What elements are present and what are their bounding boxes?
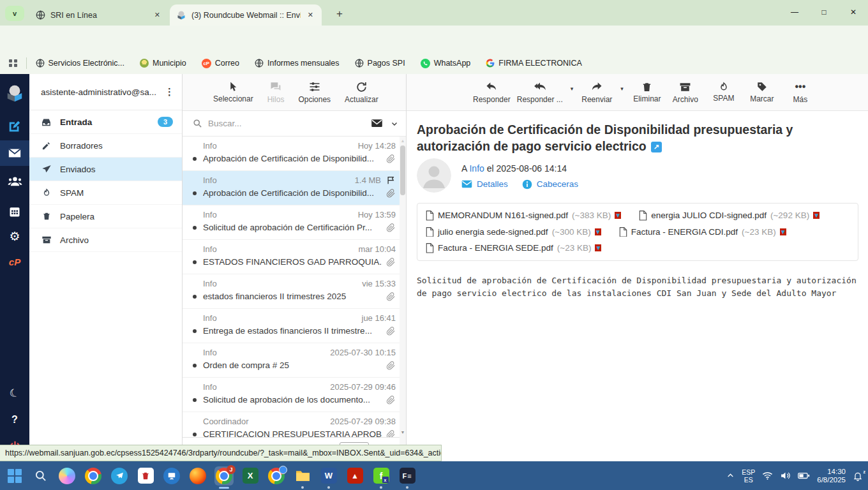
taskbar-clock[interactable]: 14:306/8/2025	[817, 468, 846, 484]
message-row[interactable]: Infomar 10:04 ESTADOS FINANCIEROS GAD PA…	[183, 240, 400, 274]
bookmark-correo[interactable]: cP Correo	[202, 59, 239, 68]
search-input[interactable]: Buscar...	[208, 119, 371, 128]
archive-button[interactable]: Archivo	[670, 81, 701, 104]
monitor-icon	[163, 468, 180, 484]
contacts-icon[interactable]	[0, 168, 29, 194]
settings-gear-icon[interactable]: ⚙	[0, 223, 29, 249]
attachment-chip[interactable]: energia JULIO CDI-signed.pdf(~292 KB)▼	[639, 211, 819, 221]
reply-all-dropdown-icon[interactable]: ▾	[571, 85, 574, 92]
more-button[interactable]: ••• Más	[784, 80, 816, 104]
search-options-chevron-icon[interactable]	[391, 120, 398, 128]
refresh-button[interactable]: Actualizar	[345, 81, 378, 104]
taskbar-file-explorer[interactable]	[293, 466, 312, 486]
taskbar-remote-desktop[interactable]	[162, 466, 181, 486]
tab-close-icon[interactable]: ✕	[153, 11, 162, 19]
new-tab-button[interactable]: +	[331, 5, 348, 23]
taskbar-firefox[interactable]	[188, 466, 207, 486]
tab-close-icon[interactable]: ✕	[306, 11, 315, 19]
scroll-down-icon[interactable]: ▼	[400, 430, 406, 434]
attachment-dropdown-icon[interactable]: ▼	[813, 212, 819, 219]
notification-bell-icon[interactable]: z	[853, 471, 863, 481]
account-menu-icon[interactable]: ⋮	[165, 86, 174, 98]
volume-icon[interactable]	[780, 470, 791, 481]
taskbar-recycle-bin[interactable]	[136, 466, 155, 486]
window-close-button[interactable]: ✕	[839, 0, 868, 24]
language-indicator[interactable]: ESPES	[742, 468, 755, 484]
flag-icon[interactable]	[386, 175, 396, 185]
taskbar-fenix[interactable]: fx	[371, 466, 391, 486]
spam-button[interactable]: SPAM	[708, 82, 740, 103]
details-link[interactable]: Detalles	[477, 179, 508, 189]
reply-all-button[interactable]: Responder ...	[517, 80, 563, 104]
message-row[interactable]: InfoHoy 13:59 Solicitud de aprobación de…	[183, 205, 400, 240]
attachment-chip[interactable]: Factura - ENERGIA CDI.pdf(~23 KB)▼	[619, 227, 786, 237]
sidebar-item-spam[interactable]: SPAM	[29, 181, 182, 205]
tab-search-chevron-icon[interactable]: v	[5, 6, 24, 21]
account-header[interactable]: asistente-administrativo@sa... ⋮	[29, 74, 182, 110]
browser-tab-roundcube[interactable]: (3) Roundcube Webmail :: Envia ✕	[170, 4, 322, 26]
list-scrollbar[interactable]: ▲ ▼	[400, 137, 406, 461]
bookmark-informes[interactable]: Informes mensuales	[255, 59, 340, 68]
tray-chevron-icon[interactable]	[726, 471, 735, 480]
apps-grid-icon[interactable]	[9, 59, 17, 68]
forward-button[interactable]: Reenviar	[581, 80, 613, 104]
taskbar-chrome-app[interactable]	[267, 466, 286, 486]
window-minimize-button[interactable]: —	[780, 0, 809, 24]
mail-icon[interactable]	[0, 140, 29, 166]
headers-link[interactable]: Cabeceras	[537, 179, 578, 189]
battery-icon[interactable]	[798, 472, 810, 479]
browser-tab-sri[interactable]: SRI en Línea ✕	[29, 4, 168, 26]
calendar-icon[interactable]	[0, 199, 29, 225]
sidebar-item-enviados[interactable]: Enviados	[29, 158, 182, 181]
taskbar-search[interactable]	[31, 466, 50, 486]
taskbar-telegram[interactable]	[110, 466, 129, 486]
recipient-link[interactable]: Info	[469, 163, 484, 174]
attachment-chip[interactable]: MEMORANDUM N161-signed.pdf(~383 KB)▼	[426, 211, 621, 221]
delete-button[interactable]: Eliminar	[631, 82, 663, 103]
cpanel-icon[interactable]: cP	[0, 249, 29, 274]
bookmark-whatsapp[interactable]: WhatsApp	[421, 59, 471, 68]
compose-icon[interactable]	[0, 114, 29, 139]
bookmark-pagos-spi[interactable]: Pagos SPI	[355, 59, 405, 68]
scope-envelope-icon[interactable]	[371, 117, 383, 130]
message-row-selected[interactable]: Info1.4 MB Aprobación de Certificación d…	[183, 171, 400, 205]
sidebar-item-archivo[interactable]: Archivo	[29, 228, 182, 252]
taskbar-word[interactable]: W	[319, 466, 338, 486]
message-row[interactable]: Info2025-07-29 09:46 Solicitud de aproba…	[183, 378, 400, 412]
sidebar-item-entrada[interactable]: Entrada 3	[29, 110, 182, 134]
sidebar-item-papelera[interactable]: Papelera	[29, 205, 182, 228]
scroll-up-icon[interactable]: ▲	[400, 138, 406, 143]
taskbar-excel[interactable]: X	[241, 466, 260, 486]
sidebar-item-borradores[interactable]: Borradores	[29, 134, 182, 158]
bookmark-servicios[interactable]: Servicios Electrónic...	[36, 59, 124, 68]
select-button[interactable]: Seleccionar	[213, 81, 253, 103]
attachment-chip[interactable]: Factura - ENERGIA SEDE.pdf(~23 KB)▼	[426, 243, 601, 253]
help-icon[interactable]: ?	[0, 407, 29, 433]
attachment-chip[interactable]: julio energia sede-signed.pdf(~300 KB)▼	[426, 227, 601, 237]
message-row[interactable]: InfoHoy 14:28 Aprobación de Certificació…	[183, 137, 400, 171]
attachment-dropdown-icon[interactable]: ▼	[615, 212, 621, 219]
bookmark-municipio[interactable]: Municipio	[140, 59, 186, 68]
message-row[interactable]: Infojue 16:41 Entrega de estados financi…	[183, 309, 400, 343]
attachment-dropdown-icon[interactable]: ▼	[780, 228, 786, 235]
taskbar-acrobat[interactable]: ▲	[345, 466, 364, 486]
window-maximize-button[interactable]: □	[809, 0, 839, 24]
attachment-dropdown-icon[interactable]: ▼	[595, 244, 601, 251]
reply-button[interactable]: Responder	[473, 80, 511, 104]
taskbar-chrome[interactable]	[84, 466, 103, 486]
dark-mode-moon-icon[interactable]: ☾	[0, 380, 29, 406]
mark-button[interactable]: Marcar	[746, 81, 778, 103]
message-row[interactable]: Infovie 15:33 estados financieros II tri…	[183, 274, 400, 309]
taskbar-fes[interactable]: F≡	[398, 466, 417, 486]
taskbar-chrome-profile[interactable]: J	[214, 466, 234, 486]
start-button[interactable]	[5, 466, 24, 486]
attachment-dropdown-icon[interactable]: ▼	[595, 228, 601, 235]
taskbar-copilot[interactable]	[57, 466, 77, 486]
bookmark-firma[interactable]: FIRMA ELECTRONICA	[486, 59, 582, 68]
wifi-icon[interactable]	[762, 470, 773, 481]
scrollbar-thumb[interactable]	[400, 145, 405, 195]
options-button[interactable]: Opciones	[298, 80, 331, 104]
message-row[interactable]: Info2025-07-30 10:15 Orden de compra # 2…	[183, 343, 400, 378]
forward-dropdown-icon[interactable]: ▾	[620, 85, 624, 92]
open-in-new-icon[interactable]: ↗	[651, 142, 662, 152]
